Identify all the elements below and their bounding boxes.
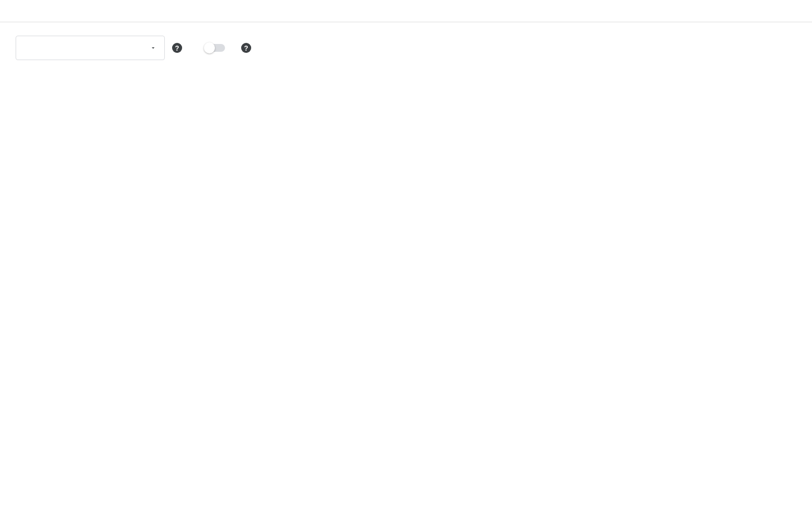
help-icon[interactable]: ?: [241, 42, 252, 53]
help-icon[interactable]: ?: [172, 42, 183, 53]
toggle-knob: [204, 42, 215, 53]
graph-edges: [0, 60, 812, 505]
tabs-bar: [0, 0, 812, 22]
svg-text:?: ?: [244, 45, 248, 52]
chevron-down-icon: [150, 43, 156, 53]
svg-text:?: ?: [175, 45, 179, 52]
critical-path-toggle[interactable]: [205, 44, 225, 52]
controls-row: ? ?: [0, 22, 812, 60]
graph-canvas[interactable]: [0, 60, 812, 505]
graph-view-select[interactable]: [16, 36, 165, 60]
critical-path-toggle-wrap: ?: [205, 42, 252, 53]
